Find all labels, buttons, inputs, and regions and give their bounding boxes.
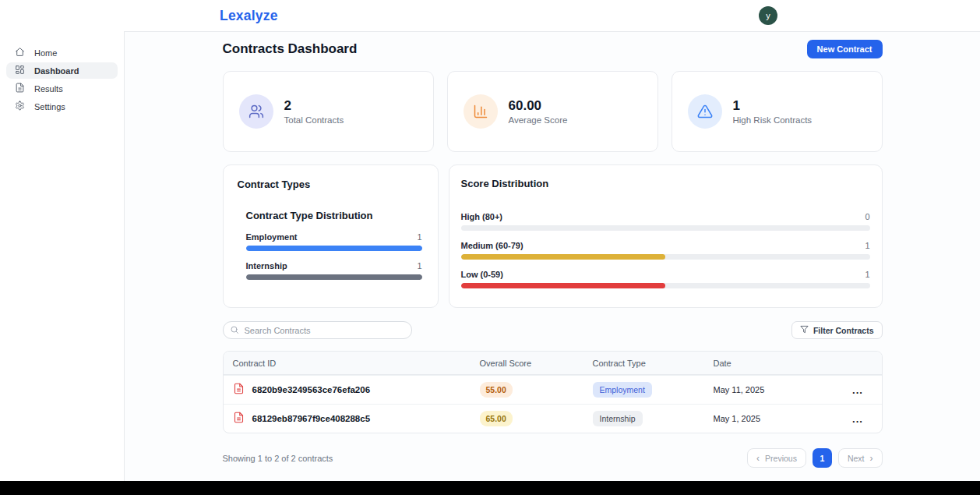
type-badge: Employment (593, 382, 652, 398)
bar-row-high: High (80+) 0 (461, 212, 870, 231)
gear-icon (15, 101, 25, 112)
sidebar-item-dashboard[interactable]: Dashboard (6, 62, 118, 79)
previous-page-button[interactable]: ‹ Previous (747, 448, 806, 468)
next-label: Next (848, 454, 865, 463)
bar-value: 1 (865, 241, 869, 250)
contract-types-card: Contract Types Contract Type Distributio… (223, 164, 439, 308)
bottom-bar (0, 481, 980, 495)
card-title: Score Distribution (461, 178, 870, 189)
chevron-left-icon: ‹ (756, 454, 760, 463)
sidebar-item-label: Results (34, 84, 63, 94)
column-header-contract-type: Contract Type (593, 359, 714, 368)
app-logo: Lexalyze (220, 8, 278, 24)
filter-contracts-button[interactable]: Filter Contracts (791, 321, 883, 339)
bar-row-employment: Employment 1 (246, 232, 422, 251)
stat-card-high-risk: 1 High Risk Contracts (672, 71, 883, 152)
stat-value: 60.00 (509, 98, 568, 114)
chart-subtitle: Contract Type Distribution (246, 210, 422, 221)
column-header-contract-id: Contract ID (224, 359, 480, 368)
bar-value: 1 (865, 270, 869, 279)
sidebar-item-label: Settings (34, 102, 65, 111)
bar-label: Low (0-59) (461, 270, 503, 279)
contract-file-icon (233, 412, 245, 426)
bar-track (461, 225, 870, 231)
contract-id[interactable]: 6820b9e3249563ce76efa206 (252, 385, 371, 394)
filter-icon (800, 325, 809, 335)
table-header: Contract ID Overall Score Contract Type … (224, 352, 882, 375)
bar-value: 0 (865, 212, 869, 221)
score-badge: 65.00 (480, 411, 513, 426)
top-header: Lexalyze y (0, 0, 980, 31)
contract-id[interactable]: 68129eb87967f9ce408288c5 (252, 414, 371, 423)
row-actions-menu-button[interactable]: ... (852, 385, 863, 395)
bar-label: Internship (246, 261, 287, 270)
contract-date: May 1, 2025 (714, 414, 834, 423)
table-row[interactable]: 6820b9e3249563ce76efa206 55.00 Employmen… (224, 375, 882, 404)
bar-track (461, 254, 870, 260)
sidebar-item-home[interactable]: Home (6, 44, 118, 61)
sidebar: Home Dashboard Results Settings (0, 31, 125, 481)
chevron-right-icon: › (870, 454, 873, 463)
sidebar-item-results[interactable]: Results (6, 80, 118, 97)
stat-label: Average Score (509, 115, 568, 125)
bar-row-internship: Internship 1 (246, 261, 422, 280)
bar-track (246, 246, 422, 251)
contracts-table: Contract ID Overall Score Contract Type … (223, 351, 883, 433)
bar-track (461, 283, 870, 288)
bar-row-low: Low (0-59) 1 (461, 270, 870, 288)
bar-label: Medium (60-79) (461, 241, 523, 250)
filter-button-label: Filter Contracts (813, 326, 874, 335)
contract-date: May 11, 2025 (714, 385, 834, 394)
bar-label: High (80+) (461, 212, 502, 221)
sidebar-item-label: Home (34, 48, 57, 58)
user-avatar[interactable]: y (759, 6, 777, 25)
previous-label: Previous (765, 454, 797, 463)
pagination: ‹ Previous 1 Next › (747, 448, 882, 468)
stat-card-total-contracts: 2 Total Contracts (223, 71, 434, 152)
row-actions-menu-button[interactable]: ... (852, 414, 863, 424)
results-summary: Showing 1 to 2 of 2 contracts (223, 454, 333, 463)
main-content: Contracts Dashboard New Contract 2 Total… (125, 31, 980, 481)
bar-label: Employment (246, 232, 298, 242)
stat-label: Total Contracts (284, 115, 344, 125)
bar-chart-icon (464, 94, 498, 129)
type-badge: Internship (593, 411, 643, 426)
stat-value: 2 (284, 98, 344, 114)
bar-value: 1 (417, 261, 421, 270)
page-1-button[interactable]: 1 (813, 448, 832, 468)
score-distribution-card: Score Distribution High (80+) 0 Medium (… (449, 164, 883, 308)
column-header-date: Date (714, 359, 834, 368)
score-badge: 55.00 (480, 382, 513, 398)
column-header-overall-score: Overall Score (480, 359, 593, 368)
contract-file-icon (233, 383, 245, 398)
page-title: Contracts Dashboard (223, 41, 358, 57)
file-text-icon (15, 83, 25, 94)
stat-card-average-score: 60.00 Average Score (447, 71, 658, 152)
search-input[interactable] (223, 321, 412, 339)
home-icon (15, 47, 25, 58)
bar-value: 1 (417, 232, 421, 242)
stat-value: 1 (733, 98, 813, 114)
table-row[interactable]: 68129eb87967f9ce408288c5 65.00 Internshi… (224, 404, 882, 433)
sidebar-item-settings[interactable]: Settings (6, 98, 118, 115)
users-icon (239, 94, 273, 129)
card-title: Contract Types (238, 179, 424, 190)
alert-triangle-icon (688, 94, 722, 129)
stat-cards: 2 Total Contracts 60.00 Average Score (223, 71, 883, 152)
bar-row-medium: Medium (60-79) 1 (461, 241, 870, 260)
next-page-button[interactable]: Next › (838, 448, 883, 468)
sidebar-item-label: Dashboard (34, 66, 79, 76)
bar-track (246, 274, 422, 280)
stat-label: High Risk Contracts (733, 115, 813, 125)
dashboard-icon (15, 65, 25, 76)
new-contract-button[interactable]: New Contract (807, 40, 883, 58)
